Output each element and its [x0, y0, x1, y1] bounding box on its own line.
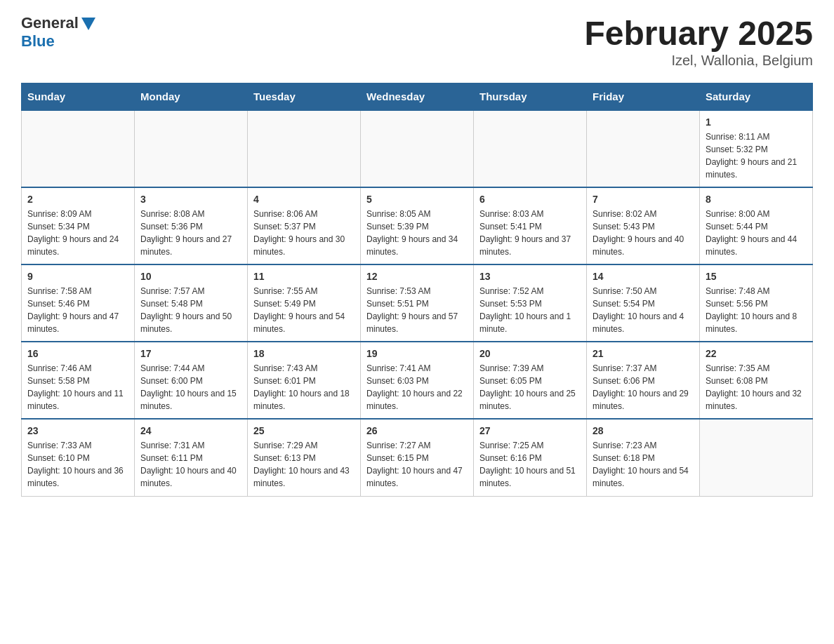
logo-blue-text: Blue	[21, 32, 55, 51]
day-info: Sunrise: 7:53 AMSunset: 5:51 PMDaylight:…	[366, 285, 468, 335]
day-info: Sunrise: 7:33 AMSunset: 6:10 PMDaylight:…	[27, 439, 128, 490]
calendar-cell: 12Sunrise: 7:53 AMSunset: 5:51 PMDayligh…	[361, 264, 474, 342]
day-number: 22	[706, 348, 807, 359]
day-number: 5	[366, 194, 468, 205]
calendar-cell: 4Sunrise: 8:06 AMSunset: 5:37 PMDaylight…	[248, 187, 361, 264]
calendar-cell: 15Sunrise: 7:48 AMSunset: 5:56 PMDayligh…	[700, 264, 813, 342]
day-number: 8	[706, 194, 807, 205]
day-info: Sunrise: 7:50 AMSunset: 5:54 PMDaylight:…	[593, 285, 694, 335]
day-number: 25	[253, 425, 355, 436]
day-info: Sunrise: 7:48 AMSunset: 5:56 PMDaylight:…	[706, 285, 807, 335]
day-info: Sunrise: 8:05 AMSunset: 5:39 PMDaylight:…	[366, 208, 468, 258]
day-info: Sunrise: 7:39 AMSunset: 6:05 PMDaylight:…	[479, 362, 581, 412]
day-number: 18	[253, 348, 355, 359]
day-number: 27	[479, 425, 581, 436]
header-sunday: Sunday	[22, 83, 135, 111]
calendar-cell: 17Sunrise: 7:44 AMSunset: 6:00 PMDayligh…	[135, 342, 248, 419]
day-info: Sunrise: 7:25 AMSunset: 6:16 PMDaylight:…	[479, 439, 581, 490]
day-number: 6	[479, 194, 581, 205]
calendar-cell: 24Sunrise: 7:31 AMSunset: 6:11 PMDayligh…	[135, 419, 248, 496]
location: Izel, Wallonia, Belgium	[584, 53, 813, 69]
day-number: 9	[27, 271, 128, 282]
calendar-cell: 3Sunrise: 8:08 AMSunset: 5:36 PMDaylight…	[135, 187, 248, 264]
day-info: Sunrise: 7:55 AMSunset: 5:49 PMDaylight:…	[253, 285, 355, 335]
calendar-cell: 9Sunrise: 7:58 AMSunset: 5:46 PMDaylight…	[22, 264, 135, 342]
calendar-cell	[248, 110, 361, 187]
header-wednesday: Wednesday	[361, 83, 474, 111]
calendar-cell: 18Sunrise: 7:43 AMSunset: 6:01 PMDayligh…	[248, 342, 361, 419]
day-number: 19	[366, 348, 468, 359]
day-info: Sunrise: 7:23 AMSunset: 6:18 PMDaylight:…	[593, 439, 694, 490]
day-info: Sunrise: 7:57 AMSunset: 5:48 PMDaylight:…	[140, 285, 241, 335]
day-info: Sunrise: 7:35 AMSunset: 6:08 PMDaylight:…	[706, 362, 807, 412]
header-monday: Monday	[135, 83, 248, 111]
calendar-cell: 26Sunrise: 7:27 AMSunset: 6:15 PMDayligh…	[361, 419, 474, 496]
calendar-cell: 19Sunrise: 7:41 AMSunset: 6:03 PMDayligh…	[361, 342, 474, 419]
day-info: Sunrise: 7:44 AMSunset: 6:00 PMDaylight:…	[140, 362, 241, 412]
day-number: 20	[479, 348, 581, 359]
day-info: Sunrise: 7:27 AMSunset: 6:15 PMDaylight:…	[366, 439, 468, 490]
day-number: 11	[253, 271, 355, 282]
header-saturday: Saturday	[700, 83, 813, 111]
logo-general-text: General	[21, 14, 79, 32]
calendar-cell: 21Sunrise: 7:37 AMSunset: 6:06 PMDayligh…	[587, 342, 700, 419]
day-info: Sunrise: 8:00 AMSunset: 5:44 PMDaylight:…	[706, 208, 807, 258]
calendar-header-row: Sunday Monday Tuesday Wednesday Thursday…	[22, 83, 813, 111]
calendar-cell: 28Sunrise: 7:23 AMSunset: 6:18 PMDayligh…	[587, 419, 700, 496]
week-row-3: 9Sunrise: 7:58 AMSunset: 5:46 PMDaylight…	[22, 264, 813, 342]
calendar-cell	[700, 419, 813, 496]
page-header: General Blue February 2025 Izel, Walloni…	[21, 14, 813, 69]
calendar-cell: 1Sunrise: 8:11 AMSunset: 5:32 PMDaylight…	[700, 110, 813, 187]
day-number: 3	[140, 194, 241, 205]
day-number: 21	[593, 348, 694, 359]
logo: General Blue	[21, 14, 95, 51]
calendar-cell: 10Sunrise: 7:57 AMSunset: 5:48 PMDayligh…	[135, 264, 248, 342]
header-tuesday: Tuesday	[248, 83, 361, 111]
day-info: Sunrise: 8:02 AMSunset: 5:43 PMDaylight:…	[593, 208, 694, 258]
day-info: Sunrise: 7:46 AMSunset: 5:58 PMDaylight:…	[27, 362, 128, 412]
calendar-cell: 20Sunrise: 7:39 AMSunset: 6:05 PMDayligh…	[474, 342, 587, 419]
day-info: Sunrise: 8:11 AMSunset: 5:32 PMDaylight:…	[706, 130, 807, 181]
day-info: Sunrise: 7:31 AMSunset: 6:11 PMDaylight:…	[140, 439, 241, 490]
day-info: Sunrise: 7:58 AMSunset: 5:46 PMDaylight:…	[27, 285, 128, 335]
day-number: 23	[27, 425, 128, 436]
calendar-cell: 23Sunrise: 7:33 AMSunset: 6:10 PMDayligh…	[22, 419, 135, 496]
day-info: Sunrise: 7:52 AMSunset: 5:53 PMDaylight:…	[479, 285, 581, 335]
calendar-cell: 22Sunrise: 7:35 AMSunset: 6:08 PMDayligh…	[700, 342, 813, 419]
week-row-2: 2Sunrise: 8:09 AMSunset: 5:34 PMDaylight…	[22, 187, 813, 264]
week-row-5: 23Sunrise: 7:33 AMSunset: 6:10 PMDayligh…	[22, 419, 813, 496]
calendar-cell	[22, 110, 135, 187]
calendar-table: Sunday Monday Tuesday Wednesday Thursday…	[21, 83, 813, 497]
day-number: 1	[706, 116, 807, 128]
day-number: 15	[706, 271, 807, 282]
calendar-cell	[135, 110, 248, 187]
calendar-cell: 11Sunrise: 7:55 AMSunset: 5:49 PMDayligh…	[248, 264, 361, 342]
day-info: Sunrise: 7:41 AMSunset: 6:03 PMDaylight:…	[366, 362, 468, 412]
day-info: Sunrise: 8:03 AMSunset: 5:41 PMDaylight:…	[479, 208, 581, 258]
calendar-cell: 7Sunrise: 8:02 AMSunset: 5:43 PMDaylight…	[587, 187, 700, 264]
day-number: 12	[366, 271, 468, 282]
calendar-cell: 2Sunrise: 8:09 AMSunset: 5:34 PMDaylight…	[22, 187, 135, 264]
day-info: Sunrise: 8:08 AMSunset: 5:36 PMDaylight:…	[140, 208, 241, 258]
calendar-cell: 25Sunrise: 7:29 AMSunset: 6:13 PMDayligh…	[248, 419, 361, 496]
month-title: February 2025	[584, 14, 813, 53]
title-section: February 2025 Izel, Wallonia, Belgium	[584, 14, 813, 69]
day-number: 26	[366, 425, 468, 436]
week-row-1: 1Sunrise: 8:11 AMSunset: 5:32 PMDaylight…	[22, 110, 813, 187]
day-number: 7	[593, 194, 694, 205]
calendar-cell: 13Sunrise: 7:52 AMSunset: 5:53 PMDayligh…	[474, 264, 587, 342]
calendar-cell	[361, 110, 474, 187]
day-number: 14	[593, 271, 694, 282]
header-thursday: Thursday	[474, 83, 587, 111]
day-info: Sunrise: 7:43 AMSunset: 6:01 PMDaylight:…	[253, 362, 355, 412]
calendar-cell	[587, 110, 700, 187]
header-friday: Friday	[587, 83, 700, 111]
day-info: Sunrise: 8:09 AMSunset: 5:34 PMDaylight:…	[27, 208, 128, 258]
day-number: 4	[253, 194, 355, 205]
calendar-cell: 5Sunrise: 8:05 AMSunset: 5:39 PMDaylight…	[361, 187, 474, 264]
calendar-cell	[474, 110, 587, 187]
day-info: Sunrise: 8:06 AMSunset: 5:37 PMDaylight:…	[253, 208, 355, 258]
calendar-cell: 6Sunrise: 8:03 AMSunset: 5:41 PMDaylight…	[474, 187, 587, 264]
day-number: 2	[27, 194, 128, 205]
day-info: Sunrise: 7:37 AMSunset: 6:06 PMDaylight:…	[593, 362, 694, 412]
